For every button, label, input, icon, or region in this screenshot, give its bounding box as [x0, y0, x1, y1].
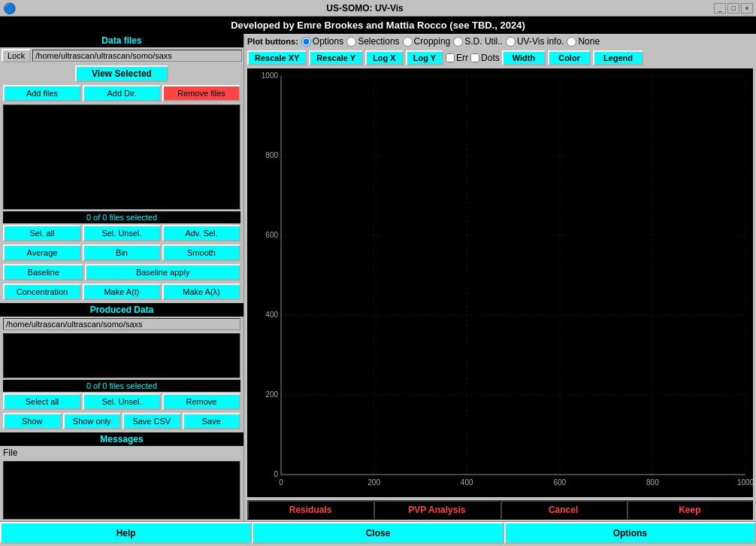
window-controls[interactable]: _ □ × [714, 3, 753, 14]
bottom-buttons-row: Residuals PVP Analysis Cancel Keep [244, 499, 756, 521]
log-x-button[interactable]: Log X [365, 50, 404, 65]
smooth-button[interactable]: Smooth [162, 244, 240, 261]
dots-label: Dots [481, 53, 500, 63]
minimize-button[interactable]: _ [714, 3, 726, 14]
sel-row-4: Concentration Make A(t) Make A(λ) [0, 282, 243, 302]
app-header: Developed by Emre Brookes and Mattia Roc… [0, 17, 756, 34]
radio-uvvis[interactable] [506, 37, 516, 47]
add-files-button[interactable]: Add files [3, 85, 81, 102]
path-display: /home/ultrascan/ultrascan/somo/saxs [32, 50, 242, 62]
maximize-button[interactable]: □ [727, 3, 739, 14]
main-container: Data files Lock /home/ultrascan/ultrasca… [0, 34, 756, 521]
prod-actions-row: Select all Sel. Unsel. Remove [0, 392, 243, 411]
bin-button[interactable]: Bin [83, 244, 161, 261]
err-label: Err [456, 53, 468, 63]
lock-path-row: Lock /home/ultrascan/ultrascan/somo/saxs [0, 47, 243, 64]
files-status: 0 of 0 files selected [3, 211, 240, 223]
pvp-analysis-button[interactable]: PVP Analysis [373, 500, 500, 520]
remove-button[interactable]: Remove [162, 393, 240, 410]
sel-row-1: Sel. all Sel. Unsel. Adv. Sel. [0, 223, 243, 243]
options-button[interactable]: Options [504, 522, 756, 544]
rescale-y-button[interactable]: Rescale Y [309, 50, 363, 65]
select-all-button[interactable]: Select all [3, 393, 81, 410]
make-alambda-button[interactable]: Make A(λ) [162, 284, 240, 300]
radio-uvvis-label[interactable]: UV-Vis info. [506, 36, 564, 47]
close-window-button[interactable]: × [741, 3, 753, 14]
average-button[interactable]: Average [3, 244, 81, 261]
produced-status: 0 of 0 files selected [3, 380, 240, 392]
sel-unsel-button[interactable]: Sel. Unsel. [83, 225, 161, 241]
err-checkbox[interactable] [446, 53, 455, 62]
radio-none-label[interactable]: None [567, 36, 600, 47]
radio-options-text: Options [313, 36, 343, 47]
radio-sd-label[interactable]: S.D. Util.. [453, 36, 503, 47]
dots-checkbox-label[interactable]: Dots [470, 53, 500, 63]
sel-row-3: Baseline Baseline apply [0, 262, 243, 282]
log-y-button[interactable]: Log Y [406, 50, 443, 65]
sel-unsel2-button[interactable]: Sel. Unsel. [83, 393, 161, 410]
save-csv-button[interactable]: Save CSV [122, 413, 181, 429]
radio-options-label[interactable]: Options [301, 36, 343, 47]
show-row: Show Show only Save CSV Save [0, 411, 243, 431]
radio-cropping-text: Cropping [414, 36, 451, 47]
radio-cropping[interactable] [403, 37, 413, 47]
produced-path: /home/ultrascan/ultrascan/somo/saxs [3, 318, 240, 330]
radio-selections-text: Selections [358, 36, 399, 47]
produced-file-list [3, 333, 240, 378]
data-files-header: Data files [0, 34, 243, 47]
bottom-bar: Help Close Options [0, 521, 756, 544]
radio-selections[interactable] [346, 37, 356, 47]
concentration-button[interactable]: Concentration [3, 284, 81, 300]
baseline-button[interactable]: Baseline [3, 264, 83, 281]
right-panel: Plot buttons: Options Selections Croppin… [244, 34, 756, 521]
messages-area [3, 461, 240, 520]
add-dir-button[interactable]: Add Dir. [83, 85, 161, 102]
view-selected-row: View Selected [0, 64, 243, 83]
cancel-button[interactable]: Cancel [500, 500, 627, 520]
file-list-area [3, 105, 240, 210]
plot-area [247, 68, 753, 497]
rescale-xy-button[interactable]: Rescale XY [247, 50, 307, 65]
sel-all-button[interactable]: Sel. all [3, 225, 81, 241]
radio-none-text: None [578, 36, 600, 47]
view-selected-button[interactable]: View Selected [75, 65, 168, 82]
window-title: US-SOMO: UV-Vis [16, 3, 714, 14]
show-button[interactable]: Show [3, 413, 62, 429]
residuals-button[interactable]: Residuals [247, 500, 373, 520]
close-button[interactable]: Close [252, 522, 503, 544]
file-actions-row: Add files Add Dir. Remove files [0, 83, 243, 103]
remove-files-button[interactable]: Remove files [162, 85, 240, 102]
radio-sd[interactable] [453, 37, 463, 47]
radio-none[interactable] [567, 37, 576, 47]
color-button[interactable]: Color [548, 50, 591, 65]
plot-buttons-label: Plot buttons: [247, 37, 298, 46]
plot-canvas [247, 68, 753, 497]
adv-sel-button[interactable]: Adv. Sel. [162, 225, 240, 241]
baseline-apply-button[interactable]: Baseline apply [85, 264, 240, 281]
radio-uvvis-text: UV-Vis info. [517, 36, 564, 47]
toolbar-row: Rescale XY Rescale Y Log X Log Y Err Dot… [244, 49, 756, 67]
lock-button[interactable]: Lock [2, 49, 31, 62]
err-checkbox-label[interactable]: Err [446, 53, 468, 63]
radio-cropping-label[interactable]: Cropping [403, 36, 451, 47]
show-only-button[interactable]: Show only [63, 413, 122, 429]
produced-data-header: Produced Data [0, 303, 243, 317]
save-button[interactable]: Save [183, 413, 241, 429]
sel-row-2: Average Bin Smooth [0, 243, 243, 262]
title-bar: 🔵 US-SOMO: UV-Vis _ □ × [0, 0, 756, 17]
messages-header: Messages [0, 432, 243, 446]
messages-file-row: File [0, 446, 243, 460]
radio-sd-text: S.D. Util.. [464, 36, 503, 47]
radio-options[interactable] [301, 37, 311, 47]
legend-button[interactable]: Legend [593, 50, 643, 65]
file-label: File [3, 447, 17, 458]
width-button[interactable]: Width [502, 50, 546, 65]
make-at-button[interactable]: Make A(t) [83, 284, 161, 300]
left-panel: Data files Lock /home/ultrascan/ultrasca… [0, 34, 244, 521]
dots-checkbox[interactable] [470, 53, 479, 62]
help-button[interactable]: Help [0, 522, 252, 544]
plot-buttons-row: Plot buttons: Options Selections Croppin… [244, 34, 756, 49]
keep-button[interactable]: Keep [627, 500, 753, 520]
radio-selections-label[interactable]: Selections [346, 36, 399, 47]
